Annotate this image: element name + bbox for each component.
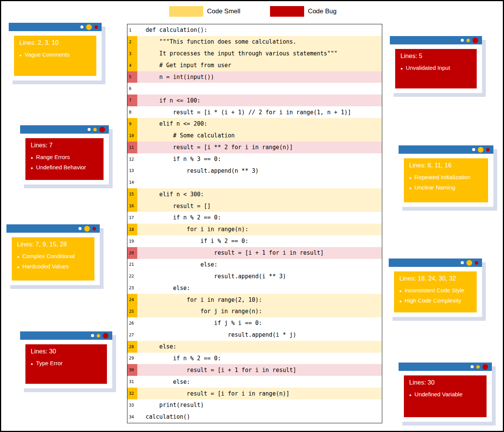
line-number: 8 bbox=[127, 106, 137, 118]
line-number: 33 bbox=[127, 399, 137, 411]
code-line: 20 result = [i + 1 for i in result] bbox=[127, 247, 382, 259]
line-number: 12 bbox=[127, 153, 137, 165]
card-item-label: Range Errors bbox=[36, 154, 70, 160]
code-line: 22 result.append(i ** 3) bbox=[127, 270, 382, 282]
code-line: 25 for j in range(n): bbox=[127, 306, 382, 317]
code-line: 10 # Some calculation bbox=[127, 130, 382, 142]
card-item: ●Undefined Variable bbox=[409, 391, 481, 397]
line-number: 6 bbox=[127, 83, 137, 95]
line-number: 16 bbox=[127, 200, 137, 212]
code-text: result = [i * (i + 1) // 2 for i in rang… bbox=[137, 106, 351, 118]
window-dot-red-icon bbox=[486, 148, 490, 151]
code-line: 15 elif n < 300: bbox=[127, 188, 382, 200]
code-line: 32 result = [i for i in range(n)] bbox=[127, 388, 382, 399]
annotation-card-undefined-variable: Lines: 30●Undefined Variable bbox=[399, 363, 492, 422]
card-titlebar bbox=[399, 145, 493, 154]
line-number: 28 bbox=[127, 341, 137, 353]
card-titlebar bbox=[6, 224, 100, 233]
window-dot-white-icon bbox=[80, 25, 83, 28]
code-line: 28 else: bbox=[127, 341, 382, 353]
legend: Code Smell Code Bug bbox=[169, 6, 337, 17]
code-line: 21 else: bbox=[127, 259, 382, 271]
code-line: 30 result = [i + 1 for i in result] bbox=[127, 364, 382, 376]
code-text: for j in range(n): bbox=[137, 306, 262, 317]
bullet-icon: ● bbox=[409, 393, 411, 397]
code-text: if n <= 100: bbox=[137, 95, 201, 106]
code-text: if j % i == 0: bbox=[137, 317, 262, 329]
code-line: 8 result = [i * (i + 1) // 2 for i in ra… bbox=[127, 106, 382, 118]
window-dot-red-icon bbox=[482, 364, 488, 370]
card-panel: Lines: 30●Undefined Variable bbox=[404, 375, 487, 417]
code-text: for i in range(n): bbox=[137, 224, 248, 235]
card-item-label: Undefined Variable bbox=[415, 391, 462, 397]
code-text: result = [i + 1 for i in result] bbox=[137, 247, 324, 259]
code-line: 6 bbox=[127, 83, 382, 95]
card-titlebar bbox=[389, 259, 482, 267]
bullet-icon: ● bbox=[399, 289, 402, 293]
code-text: result.append(n ** 3) bbox=[137, 165, 259, 177]
card-titlebar bbox=[20, 331, 112, 340]
window-dot-yellow-icon bbox=[466, 39, 470, 42]
annotation-card-repeated-initialization: Lines: 8, 11, 16●Repeated Initialization… bbox=[399, 145, 493, 207]
card-body: Lines: 7, 9, 15, 28●Complex Conditional●… bbox=[6, 233, 100, 285]
line-number: 32 bbox=[127, 388, 137, 399]
window-dot-white-icon bbox=[91, 334, 94, 337]
line-number: 17 bbox=[127, 212, 137, 224]
line-number: 20 bbox=[127, 247, 137, 259]
code-smell-swatch bbox=[169, 6, 203, 17]
code-text: It processes the input through various s… bbox=[137, 48, 338, 60]
code-text: result.append(i ** 3) bbox=[137, 270, 286, 282]
code-text: else: bbox=[137, 376, 190, 388]
window-dot-white-icon bbox=[88, 128, 91, 131]
card-panel: Lines: 7, 9, 15, 28●Complex Conditional●… bbox=[12, 237, 94, 281]
card-item-label: Unclear Naming bbox=[415, 184, 455, 191]
line-number: 21 bbox=[127, 259, 137, 271]
code-line: 9 elif n <= 200: bbox=[127, 118, 382, 130]
card-body: Lines: 30●Type Error bbox=[20, 340, 112, 388]
code-line: 27 result.append(i * j) bbox=[127, 329, 382, 341]
annotation-card-unvalidated-input: Lines: 5●Unvalidated Input bbox=[390, 36, 482, 93]
code-panel: 1def calculation():2 """This function do… bbox=[127, 24, 382, 423]
line-number: 1 bbox=[127, 24, 137, 36]
line-number: 3 bbox=[127, 48, 137, 60]
code-line: 13 result.append(n ** 3) bbox=[127, 165, 382, 177]
line-number: 13 bbox=[127, 165, 137, 177]
bullet-icon: ● bbox=[31, 166, 33, 170]
card-title: Lines: 18, 24, 30, 32 bbox=[399, 275, 471, 282]
card-item-label: Type Error bbox=[36, 360, 63, 366]
card-titlebar bbox=[20, 125, 109, 134]
window-dot-red-icon bbox=[103, 333, 108, 339]
card-panel: Lines: 18, 24, 30, 32●Inconsistent Code … bbox=[394, 271, 477, 312]
line-number: 19 bbox=[127, 235, 137, 247]
card-panel: Lines: 5●Unvalidated Input bbox=[395, 49, 477, 88]
card-item: ●Range Errors bbox=[31, 154, 98, 160]
bullet-icon: ● bbox=[31, 362, 33, 366]
bullet-icon: ● bbox=[19, 53, 22, 57]
code-text: if i % 2 == 0: bbox=[137, 235, 248, 247]
bullet-icon: ● bbox=[400, 66, 403, 71]
code-line: 24 for i in range(2, 10): bbox=[127, 294, 382, 306]
card-item-label: Hardcoded Values bbox=[22, 263, 69, 270]
window-dot-red-icon bbox=[475, 261, 478, 265]
card-body: Lines: 30●Undefined Variable bbox=[399, 371, 492, 422]
code-text: elif n <= 200: bbox=[137, 118, 207, 130]
code-line: 17 if n % 2 == 0: bbox=[127, 212, 382, 224]
code-text: result = [] bbox=[137, 200, 211, 212]
card-titlebar bbox=[399, 363, 492, 371]
code-line: 16 result = [] bbox=[127, 200, 382, 212]
line-number: 7 bbox=[127, 95, 137, 106]
line-number: 9 bbox=[127, 118, 137, 130]
window-dot-yellow-icon bbox=[478, 147, 484, 153]
code-bug-label: Code Bug bbox=[308, 8, 337, 15]
card-item: ●Hardcoded Values bbox=[17, 263, 89, 270]
code-line: 23 else: bbox=[127, 282, 382, 294]
window-dot-yellow-icon bbox=[476, 365, 480, 369]
card-item: ●Inconsistent Code Style bbox=[399, 287, 471, 293]
code-line: 3 It processes the input through various… bbox=[127, 48, 382, 60]
code-text: if n % 3 == 0: bbox=[137, 153, 221, 165]
code-line: 5 n = int(input()) bbox=[127, 71, 382, 83]
code-text: if n % 2 == 0: bbox=[137, 212, 221, 224]
bullet-icon: ● bbox=[17, 265, 19, 269]
card-title: Lines: 7 bbox=[31, 142, 98, 149]
window-dot-red-icon bbox=[99, 127, 105, 132]
